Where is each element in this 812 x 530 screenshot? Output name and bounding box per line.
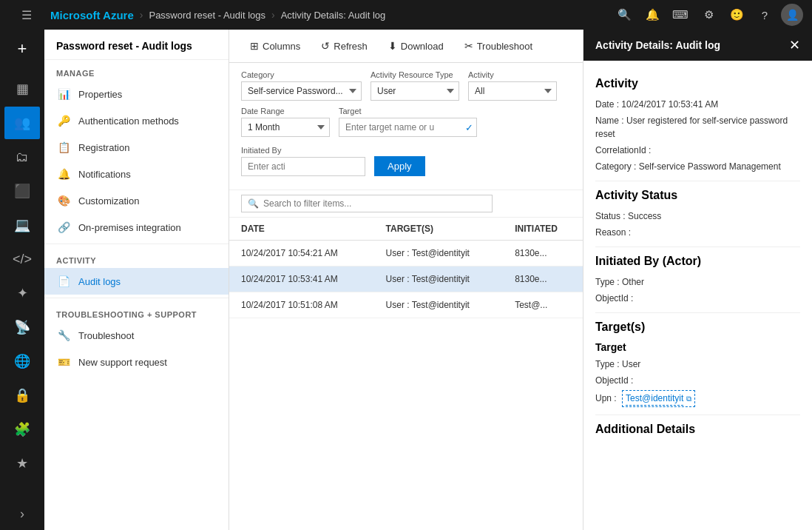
rail-icon-apps[interactable]: ⬛ — [4, 175, 40, 207]
table-row[interactable]: 10/24/2017 10:53:41 AM User : Test@ident… — [229, 266, 583, 292]
help-icon[interactable]: ? — [753, 3, 777, 27]
resource-type-filter: Activity Resource Type User — [371, 70, 459, 101]
nav-header: Password reset - Audit logs — [44, 30, 229, 60]
right-panel-title: Activity Details: Audit log — [595, 39, 720, 51]
search-input[interactable] — [263, 198, 486, 209]
rail-icon-azure[interactable]: ✦ — [4, 277, 40, 309]
detail-name: Name : User registered for self-service … — [595, 114, 800, 141]
upn-link[interactable]: Test@identityit — [626, 392, 683, 406]
notifications-icon: 🔔 — [56, 167, 71, 181]
copy-icon[interactable]: ⧉ — [686, 393, 691, 404]
icon-rail: + ▦ 👥 🗂 ⬛ 💻 </> ✦ 📡 🌐 🔒 🧩 ★ › — [0, 30, 44, 530]
rail-icon-code[interactable]: </> — [4, 243, 40, 275]
detail-target-type: Type : User — [595, 358, 800, 371]
avatar[interactable]: 👤 — [781, 4, 803, 26]
target-check-icon[interactable]: ✓ — [462, 119, 476, 136]
category-select[interactable]: Self-service Password... — [241, 81, 362, 101]
cell-targets: User : Test@identityit — [374, 266, 504, 292]
col-date: DATE — [229, 218, 374, 241]
initiated-by-input[interactable] — [241, 157, 365, 176]
target-filter: Target ✓ — [339, 107, 477, 137]
status-section-title: Activity Status — [595, 189, 800, 202]
search-input-wrap: 🔍 — [241, 195, 493, 212]
nav-item-customization[interactable]: 🎨 Customization — [44, 187, 229, 214]
cell-date: 10/24/2017 10:53:41 AM — [229, 266, 374, 292]
nav-panel: Password reset - Audit logs MANAGE 📊 Pro… — [44, 30, 229, 530]
rail-icon-devices[interactable]: 💻 — [4, 209, 40, 241]
cell-initiated: Test@... — [503, 292, 583, 318]
nav-item-auth-methods[interactable]: 🔑 Authentication methods — [44, 107, 229, 134]
cell-initiated: 8130e... — [503, 266, 583, 292]
target-input[interactable] — [339, 118, 462, 136]
table-row[interactable]: 10/24/2017 10:54:21 AM User : Test@ident… — [229, 241, 583, 266]
actor-section-title: Initiated By (Actor) — [595, 255, 800, 268]
download-icon: ⬇ — [388, 40, 397, 52]
table-wrap: DATE TARGET(S) INITIATED 10/24/2017 10:5… — [229, 218, 583, 530]
target-filter-label: Target — [339, 107, 477, 115]
col-targets: TARGET(S) — [374, 218, 504, 241]
table-body: 10/24/2017 10:54:21 AM User : Test@ident… — [229, 241, 583, 318]
activity-section-label: ACTIVITY — [44, 247, 229, 268]
rail-icon-expand[interactable]: › — [4, 497, 40, 530]
close-button[interactable]: ✕ — [789, 38, 800, 52]
support-section-label: TROUBLESHOOTING + SUPPORT — [44, 301, 229, 322]
refresh-button[interactable]: ↺ Refresh — [312, 36, 376, 56]
auth-icon: 🔑 — [56, 113, 71, 128]
hamburger-icon[interactable]: ☰ — [9, 0, 44, 31]
divider-2 — [595, 246, 800, 247]
rail-icon-dashboard[interactable]: ▦ — [4, 73, 40, 105]
table-row[interactable]: 10/24/2017 10:51:08 AM User : Test@ident… — [229, 292, 583, 318]
date-range-filter: Date Range 1 Month — [241, 107, 330, 137]
search-bar-icon: 🔍 — [248, 198, 259, 209]
date-range-select[interactable]: 1 Month — [241, 118, 330, 137]
resource-type-select[interactable]: User — [371, 81, 459, 101]
bell-icon[interactable]: 🔔 — [640, 3, 664, 27]
breadcrumb-sep-2: › — [271, 9, 275, 21]
smiley-icon[interactable]: 🙂 — [725, 3, 748, 27]
nav-item-onpremises[interactable]: 🔗 On-premises integration — [44, 214, 229, 241]
refresh-icon: ↺ — [321, 40, 330, 52]
columns-icon: ⊞ — [250, 40, 259, 52]
divider-3 — [595, 312, 800, 313]
nav-item-properties[interactable]: 📊 Properties — [44, 81, 229, 107]
nav-item-troubleshoot[interactable]: 🔧 Troubleshoot — [44, 322, 229, 349]
right-panel-header: Activity Details: Audit log ✕ — [583, 30, 812, 61]
detail-upn: Upn : Test@identityit ⧉ — [595, 390, 800, 407]
detail-target-objectid: ObjectId : — [595, 374, 800, 387]
download-button[interactable]: ⬇ Download — [379, 36, 453, 56]
top-bar: ☰ Microsoft Azure › Password reset - Aud… — [0, 0, 812, 30]
rail-icon-groups[interactable]: 🗂 — [4, 141, 40, 173]
breadcrumb-2[interactable]: Activity Details: Audit log — [281, 10, 386, 21]
breadcrumb-sep-1: › — [140, 9, 143, 21]
detail-reason: Reason : — [595, 226, 800, 239]
troubleshoot-button[interactable]: ✂ Troubleshoot — [456, 36, 541, 56]
add-button[interactable]: + — [4, 33, 40, 65]
settings-icon[interactable]: ⚙ — [697, 3, 720, 27]
col-initiated: INITIATED — [503, 218, 583, 241]
date-range-label: Date Range — [241, 107, 330, 115]
rail-icon-monitor[interactable]: 📡 — [4, 311, 40, 343]
rail-icon-users[interactable]: 👥 — [4, 107, 40, 139]
terminal-icon[interactable]: ⌨ — [669, 3, 692, 27]
nav-divider-1 — [44, 244, 229, 244]
nav-item-support[interactable]: 🎫 New support request — [44, 349, 229, 375]
activity-select[interactable]: All — [468, 81, 557, 101]
nav-item-notifications[interactable]: 🔔 Notifications — [44, 161, 229, 187]
breadcrumb-1[interactable]: Password reset - Audit logs — [149, 10, 265, 21]
detail-status: Status : Success — [595, 209, 800, 223]
properties-icon: 📊 — [56, 87, 71, 101]
rail-icon-puzzle[interactable]: 🧩 — [4, 413, 40, 446]
rail-icon-shield[interactable]: 🔒 — [4, 379, 40, 412]
detail-date: Date : 10/24/2017 10:53:41 AM — [595, 98, 800, 111]
troubleshoot-toolbar-icon: ✂ — [464, 40, 473, 52]
search-bar: 🔍 — [229, 190, 583, 218]
cell-targets: User : Test@identityit — [374, 241, 504, 266]
divider-1 — [595, 181, 800, 181]
search-icon[interactable]: 🔍 — [612, 3, 636, 27]
rail-icon-star[interactable]: ★ — [4, 447, 40, 480]
nav-item-audit-logs[interactable]: 📄 Audit logs — [44, 268, 229, 295]
rail-icon-globe[interactable]: 🌐 — [4, 345, 40, 378]
columns-button[interactable]: ⊞ Columns — [241, 36, 309, 56]
nav-item-registration[interactable]: 📋 Registration — [44, 134, 229, 161]
apply-button[interactable]: Apply — [374, 156, 425, 176]
